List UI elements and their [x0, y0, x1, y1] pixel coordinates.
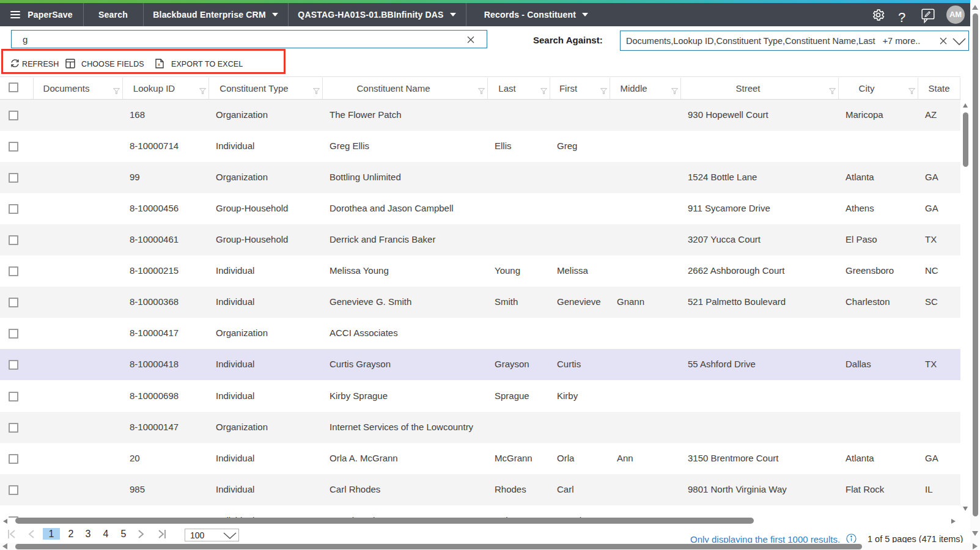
svg-text:x: x [158, 62, 160, 67]
